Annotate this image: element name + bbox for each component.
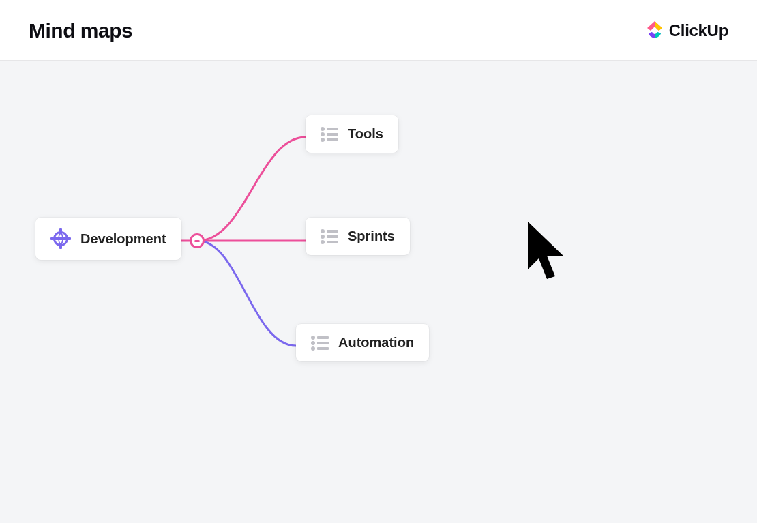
svg-rect-16 (327, 241, 338, 243)
svg-rect-18 (317, 336, 329, 339)
svg-point-17 (311, 336, 315, 340)
svg-rect-20 (317, 342, 329, 344)
svg-rect-22 (317, 347, 329, 350)
minus-icon (194, 240, 200, 242)
list-icon (311, 336, 329, 351)
svg-point-5 (321, 127, 325, 131)
mindmap-child-node-tools[interactable]: Tools (306, 115, 398, 153)
node-label: Tools (348, 126, 383, 142)
mindmap-canvas[interactable]: Development Tools Sprints (0, 61, 757, 523)
svg-point-9 (321, 138, 325, 142)
svg-point-13 (321, 235, 325, 239)
node-label: Development (80, 231, 166, 247)
brand-name: ClickUp (669, 21, 728, 40)
list-icon (321, 229, 338, 244)
clickup-logo-icon (646, 21, 664, 40)
header-bar: Mind maps ClickUp (0, 0, 757, 61)
svg-rect-14 (327, 235, 338, 238)
collapse-toggle[interactable] (190, 233, 205, 248)
svg-point-7 (321, 132, 325, 136)
svg-rect-10 (327, 138, 338, 141)
node-label: Sprints (348, 228, 395, 244)
page-title: Mind maps (29, 19, 132, 42)
svg-rect-6 (327, 128, 338, 130)
svg-point-11 (321, 229, 325, 233)
globe-icon (50, 228, 71, 249)
mindmap-child-node-sprints[interactable]: Sprints (306, 218, 410, 255)
svg-point-19 (311, 341, 315, 345)
node-label: Automation (338, 335, 414, 351)
svg-rect-8 (327, 133, 338, 136)
mindmap-child-node-automation[interactable]: Automation (296, 324, 429, 361)
svg-rect-12 (327, 230, 338, 233)
svg-point-21 (311, 346, 315, 351)
mindmap-root-node[interactable]: Development (35, 218, 181, 260)
svg-rect-4 (54, 237, 68, 240)
cursor-icon (526, 220, 565, 283)
list-icon (321, 127, 338, 142)
brand-logo[interactable]: ClickUp (646, 21, 728, 40)
svg-point-15 (321, 240, 325, 244)
